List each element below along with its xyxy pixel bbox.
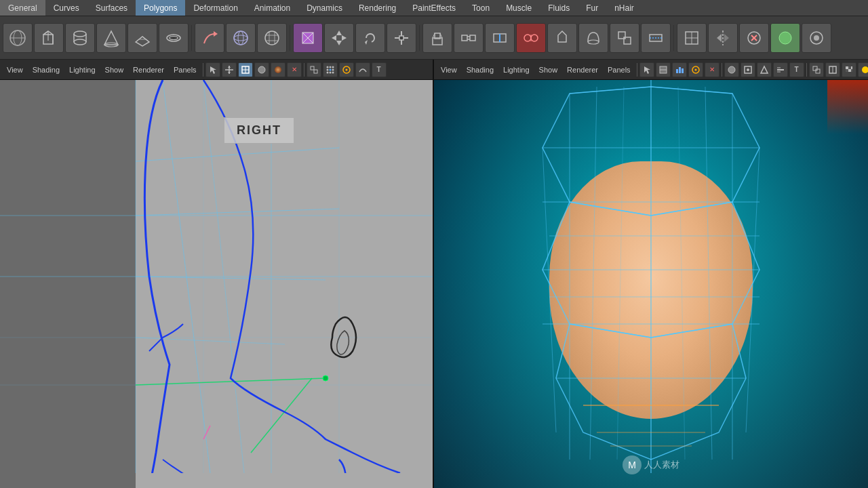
tool-smooth[interactable] [578, 23, 608, 53]
svg-point-117 [694, 68, 696, 70]
left-vp-icon-snap-point[interactable] [339, 62, 354, 77]
left-vp-icon-texture[interactable] [271, 62, 285, 77]
svg-marker-73 [228, 66, 231, 68]
tool-transform1[interactable] [324, 23, 354, 53]
menu-dynamics[interactable]: Dynamics [298, 0, 351, 16]
tool-subdivide[interactable] [677, 23, 707, 53]
tool-cleanup[interactable] [739, 23, 769, 53]
menu-nhair[interactable]: nHair [606, 0, 642, 16]
right-vp-icon-c2[interactable] [825, 62, 840, 77]
right-vp-icon-hardware[interactable] [741, 62, 755, 77]
tool-curve-arrow[interactable] [195, 23, 224, 53]
tool-torus[interactable] [159, 23, 189, 53]
menu-curves[interactable]: Curves [45, 0, 87, 16]
tool-cylinder[interactable] [65, 23, 95, 53]
right-vp-icon-red-x[interactable]: ✕ [705, 62, 719, 77]
left-canvas[interactable]: RIGHT [0, 80, 434, 488]
menu-polygons[interactable]: Polygons [136, 0, 185, 16]
right-vp-icon-poly-display[interactable] [757, 62, 772, 77]
tool-circle-detail[interactable] [802, 23, 831, 53]
left-vp-menu-renderer[interactable]: Renderer [129, 62, 168, 78]
menu-fur[interactable]: Fur [578, 0, 606, 16]
tool-bevel[interactable] [547, 23, 577, 53]
svg-point-88 [326, 71, 328, 73]
right-vp-menu-view[interactable]: View [437, 62, 461, 78]
svg-line-154 [617, 87, 624, 460]
right-vp-icon-yellow[interactable] [858, 62, 868, 77]
tool-rotate[interactable] [355, 23, 385, 53]
left-vp-icon-xray[interactable]: ✕ [287, 62, 302, 77]
tool-cone[interactable] [96, 23, 126, 53]
tool-special-purple[interactable] [293, 23, 323, 53]
svg-point-89 [329, 71, 331, 73]
tool-separate[interactable] [641, 23, 671, 53]
svg-point-87 [332, 68, 334, 70]
right-canvas[interactable]: M 人人素材 [434, 80, 868, 488]
right-vp-icon-t2[interactable]: T [789, 62, 804, 77]
left-vp-icon-snap-grid[interactable] [323, 62, 338, 77]
svg-line-159 [570, 87, 651, 94]
viewport-right-label: RIGHT [224, 117, 294, 144]
right-vp-icon-wireframe-shaded[interactable] [656, 62, 671, 77]
left-vp-menu-show[interactable]: Show [101, 62, 128, 78]
tool-poly-sphere2[interactable] [257, 23, 287, 53]
left-vp-menu-view[interactable]: View [3, 62, 27, 78]
left-vp-menu-panels[interactable]: Panels [170, 62, 201, 78]
svg-point-78 [258, 66, 265, 73]
svg-point-92 [345, 68, 347, 70]
menu-surfaces[interactable]: Surfaces [87, 0, 136, 16]
menu-muscle[interactable]: Muscle [498, 0, 540, 16]
left-bg-dark [0, 80, 136, 488]
right-vp-menu-panels[interactable]: Panels [604, 62, 635, 78]
left-vp-icon-t-label[interactable]: T [372, 62, 387, 77]
menu-rendering[interactable]: Rendering [351, 0, 404, 16]
right-vp-menu-lighting[interactable]: Lighting [499, 62, 534, 78]
tool-scale[interactable] [387, 23, 416, 53]
right-vp-menu-show[interactable]: Show [535, 62, 562, 78]
tool-plane[interactable] [127, 23, 157, 53]
menu-fluids[interactable]: Fluids [540, 0, 578, 16]
left-vp-menu-shading[interactable]: Shading [28, 62, 64, 78]
right-vp-icon-crease[interactable] [773, 62, 788, 77]
svg-point-70 [814, 35, 819, 41]
right-vp-menu-shading[interactable]: Shading [462, 62, 498, 78]
menu-deformation[interactable]: Deformation [185, 0, 245, 16]
right-vp-menu-renderer[interactable]: Renderer [563, 62, 602, 78]
svg-rect-45 [470, 35, 475, 41]
right-vp-icon-select[interactable] [639, 62, 654, 77]
left-vp-icon-select[interactable] [205, 62, 220, 77]
left-vp-icon-shaded[interactable] [254, 62, 269, 77]
svg-line-152 [590, 87, 597, 460]
right-vp-icon-snap2[interactable] [688, 62, 703, 77]
svg-marker-35 [342, 35, 347, 41]
menu-toon[interactable]: Toon [464, 0, 498, 16]
right-vp-icon-c1[interactable] [809, 62, 824, 77]
right-vp-icon-graph[interactable] [672, 62, 687, 77]
tool-bridge[interactable] [454, 23, 484, 53]
left-vp-menu-lighting[interactable]: Lighting [65, 62, 100, 78]
menu-painteffects[interactable]: PaintEffects [404, 0, 464, 16]
svg-rect-113 [676, 69, 678, 73]
svg-point-86 [329, 68, 331, 70]
svg-marker-34 [332, 35, 336, 41]
tool-combine[interactable] [610, 23, 639, 53]
right-vp-icon-shaded2[interactable] [724, 62, 739, 77]
left-vp-icon-snap-surface[interactable] [355, 62, 370, 77]
tool-extrude[interactable] [422, 23, 452, 53]
left-viewport-toolbar: View Shading Lighting Show Renderer Pane… [0, 60, 433, 80]
tool-mirror[interactable] [708, 23, 738, 53]
menu-animation[interactable]: Animation [246, 0, 298, 16]
svg-point-7 [74, 31, 86, 37]
tool-cube[interactable] [34, 23, 64, 53]
tool-merge[interactable] [516, 23, 546, 53]
left-vp-icon-poly-count[interactable] [307, 62, 321, 77]
left-vp-icon-move[interactable] [222, 62, 237, 77]
left-vp-icon-wireframe[interactable] [238, 62, 253, 77]
tool-highlight[interactable] [770, 23, 800, 53]
tool-split[interactable] [485, 23, 515, 53]
tool-sphere[interactable] [3, 23, 33, 53]
tool-nurbs-sphere[interactable] [226, 23, 256, 53]
menu-general[interactable]: General [0, 0, 45, 16]
svg-point-51 [531, 35, 538, 41]
right-vp-icon-checkerboard[interactable] [842, 62, 856, 77]
